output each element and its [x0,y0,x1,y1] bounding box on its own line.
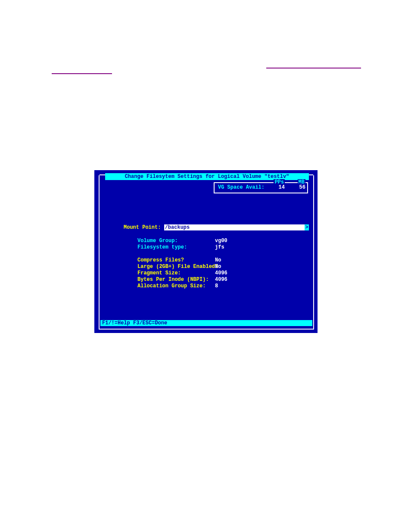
field-row: Bytes Per Inode (NBPI):4096 [137,277,227,283]
field-value[interactable]: 8 [215,283,218,289]
field-row: Fragment Size:4096 [137,270,227,276]
decorative-line-right [266,68,361,68]
scroll-right-icon[interactable]: > [305,224,309,230]
field-value[interactable]: No [215,257,221,263]
mount-point-row: Mount Point: /backups > [124,224,309,230]
window-border [99,175,314,330]
field-row: Volume Group:vg00 [137,238,227,244]
field-label[interactable]: Bytes Per Inode (NBPI): [137,277,215,283]
vg-space-box: VG Space Avail: PPs MB 14 56 [214,182,308,193]
vg-pps-value: 14 [279,184,285,190]
field-value: jfs [215,244,224,250]
field-row: Compress Files?No [137,257,221,263]
help-bar: F1/!=Help F3/ESC=Done [100,320,312,326]
vg-space-label: VG Space Avail: [218,184,265,190]
vg-mb-value: 56 [299,184,305,190]
mount-point-label: Mount Point: [124,224,164,230]
decorative-line-left [52,73,112,74]
terminal-window: Change Filesytem Settings for Logical Vo… [94,170,318,333]
field-label: Filesystem type: [137,244,215,250]
field-value[interactable]: No [215,264,221,270]
field-row: Large (2GB+) File Enabled?No [137,264,221,270]
field-label: Volume Group: [137,238,215,244]
field-value: vg00 [215,238,227,244]
field-row: Filesystem type:jfs [137,244,224,250]
field-label[interactable]: Compress Files? [137,257,215,263]
field-value[interactable]: 4096 [215,277,227,283]
mount-point-input[interactable]: /backups [164,224,305,230]
field-row: Allocation Group Size:8 [137,283,218,289]
field-label[interactable]: Fragment Size: [137,270,215,276]
field-label[interactable]: Large (2GB+) File Enabled? [137,264,215,270]
field-value[interactable]: 4096 [215,270,227,276]
field-label[interactable]: Allocation Group Size: [137,283,215,289]
